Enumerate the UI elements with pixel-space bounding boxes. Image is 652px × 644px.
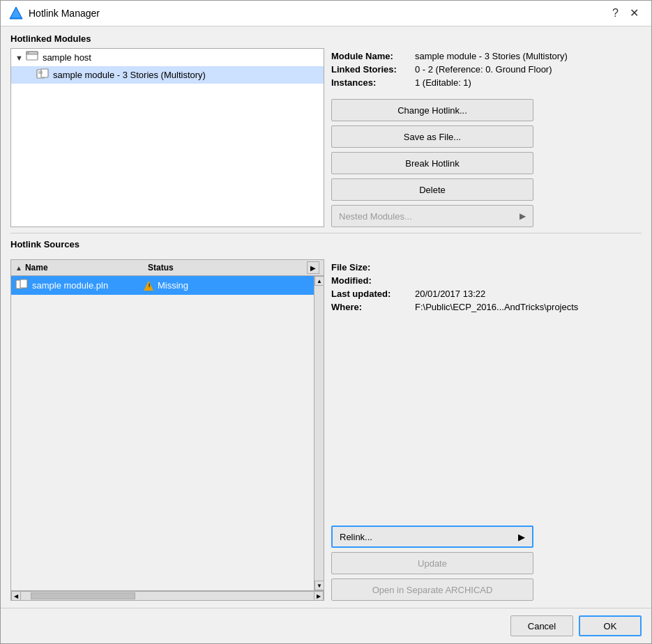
tree-child-label: sample module - 3 Stories (Multistory): [53, 70, 206, 80]
break-hotlink-button[interactable]: Break Hotlink: [331, 152, 533, 174]
module-name-value: sample module - 3 Stories (Multistory): [415, 51, 568, 61]
source-button-group: Relink... ▶ Update Open in Separate ARCH…: [331, 526, 642, 601]
ok-button[interactable]: OK: [579, 615, 642, 636]
file-size-label: File Size:: [331, 262, 415, 273]
tree-root-item[interactable]: ▼ sample host: [11, 49, 324, 66]
status-cell: ! Missing: [144, 280, 310, 291]
save-as-file-button[interactable]: Save as File...: [331, 125, 533, 148]
help-button[interactable]: ?: [608, 6, 623, 20]
scroll-left-arrow[interactable]: ◀: [11, 591, 21, 601]
module-icon: [36, 68, 49, 82]
horizontal-scrollbar[interactable]: ◀ ▶: [10, 591, 324, 601]
app-icon: [9, 6, 23, 20]
bottom-section: ▲ Name Status ▶: [10, 259, 642, 601]
col-name-header: ▲ Name: [15, 263, 148, 273]
sources-panel: ▲ Name Status ▶: [10, 259, 324, 601]
module-info-section: Module Name: sample module - 3 Stories (…: [331, 48, 642, 93]
relink-button[interactable]: Relink... ▶: [331, 526, 533, 548]
hotlink-sources-section: Hotlink Sources ▲ Name Status ▶: [10, 239, 642, 601]
hotlinked-modules-section: Hotlinked Modules ▼ sample host: [10, 33, 642, 227]
delete-button[interactable]: Delete: [331, 178, 533, 201]
linked-stories-value: 0 - 2 (Reference: 0. Ground Floor): [415, 64, 552, 75]
last-updated-label: Last updated:: [331, 289, 415, 299]
module-name-row: Module Name: sample module - 3 Stories (…: [331, 51, 642, 61]
table-row[interactable]: sample module.pln ! Missing: [11, 276, 314, 295]
file-size-row: File Size:: [331, 262, 642, 273]
nested-modules-arrow: ▶: [520, 211, 526, 221]
modified-row: Modified:: [331, 275, 642, 286]
right-panel-top: Module Name: sample module - 3 Stories (…: [331, 48, 642, 227]
module-tree-panel[interactable]: ▼ sample host: [10, 48, 324, 227]
host-icon: [26, 51, 38, 64]
close-button[interactable]: ✕: [626, 6, 643, 20]
source-info-section: File Size: Modified: Last updated: 20/01…: [331, 259, 642, 318]
right-bottom-panel: File Size: Modified: Last updated: 20/01…: [331, 259, 642, 601]
instances-row: Instances: 1 (Editable: 1): [331, 77, 642, 88]
scroll-up-arrow[interactable]: ▲: [314, 276, 324, 286]
title-bar-controls: ? ✕: [608, 6, 643, 20]
svg-rect-10: [20, 279, 27, 288]
module-name-label: Module Name:: [331, 51, 415, 61]
sources-list[interactable]: sample module.pln ! Missing: [11, 276, 314, 590]
nested-modules-button[interactable]: Nested Modules... ▶: [331, 205, 533, 227]
dialog-footer: Cancel OK: [1, 608, 651, 643]
scroll-track: [314, 286, 324, 581]
hotlinked-modules-label: Hotlinked Modules: [10, 33, 642, 44]
scroll-right-arrow[interactable]: ▶: [314, 591, 324, 601]
update-button[interactable]: Update: [331, 552, 533, 574]
hotlink-sources-label: Hotlink Sources: [10, 239, 642, 250]
status-text: Missing: [158, 280, 188, 291]
vertical-scrollbar[interactable]: ▲ ▼: [314, 276, 324, 590]
dialog-title: Hotlink Manager: [29, 8, 608, 19]
module-file-icon: [15, 279, 28, 292]
sources-expand-button[interactable]: ▶: [307, 261, 319, 274]
cancel-button[interactable]: Cancel: [510, 615, 573, 636]
last-updated-row: Last updated: 20/01/2017 13:22: [331, 289, 642, 299]
col-status-header: Status: [148, 263, 307, 273]
change-hotlink-button[interactable]: Change Hotlink...: [331, 99, 533, 121]
where-value: F:\Public\ECP_2016...AndTricks\projects: [415, 302, 578, 312]
instances-value: 1 (Editable: 1): [415, 77, 471, 88]
section-divider: [10, 233, 642, 233]
tree-root-label: sample host: [43, 52, 91, 63]
row-filename: sample module.pln: [32, 280, 144, 291]
title-bar: Hotlink Manager ? ✕: [1, 1, 651, 26]
svg-point-4: [27, 52, 29, 54]
module-button-group: Change Hotlink... Save as File... Break …: [331, 93, 642, 227]
expand-arrow: ▼: [15, 54, 23, 62]
top-section: ▼ sample host: [10, 48, 642, 227]
hotlink-manager-dialog: Hotlink Manager ? ✕ Hotlinked Modules ▼: [0, 0, 652, 644]
modified-label: Modified:: [331, 275, 415, 286]
linked-stories-row: Linked Stories: 0 - 2 (Reference: 0. Gro…: [331, 64, 642, 75]
sort-arrow: ▲: [15, 264, 22, 272]
linked-stories-label: Linked Stories:: [331, 64, 415, 75]
tree-child-item[interactable]: sample module - 3 Stories (Multistory): [11, 66, 324, 84]
relink-arrow: ▶: [518, 532, 525, 542]
last-updated-value: 20/01/2017 13:22: [415, 289, 485, 299]
scroll-down-arrow[interactable]: ▼: [314, 581, 324, 590]
sources-table-wrapper: sample module.pln ! Missing: [10, 275, 324, 591]
dialog-content: Hotlinked Modules ▼ sample host: [1, 26, 651, 608]
sources-table-header: ▲ Name Status ▶: [10, 259, 324, 275]
warning-icon: !: [144, 281, 155, 291]
scroll-thumb-h: [31, 592, 135, 599]
where-label: Where:: [331, 302, 415, 312]
open-separate-button[interactable]: Open in Separate ARCHICAD: [331, 578, 533, 601]
where-row: Where: F:\Public\ECP_2016...AndTricks\pr…: [331, 302, 642, 312]
scroll-track-h: [21, 592, 314, 599]
instances-label: Instances:: [331, 77, 415, 88]
